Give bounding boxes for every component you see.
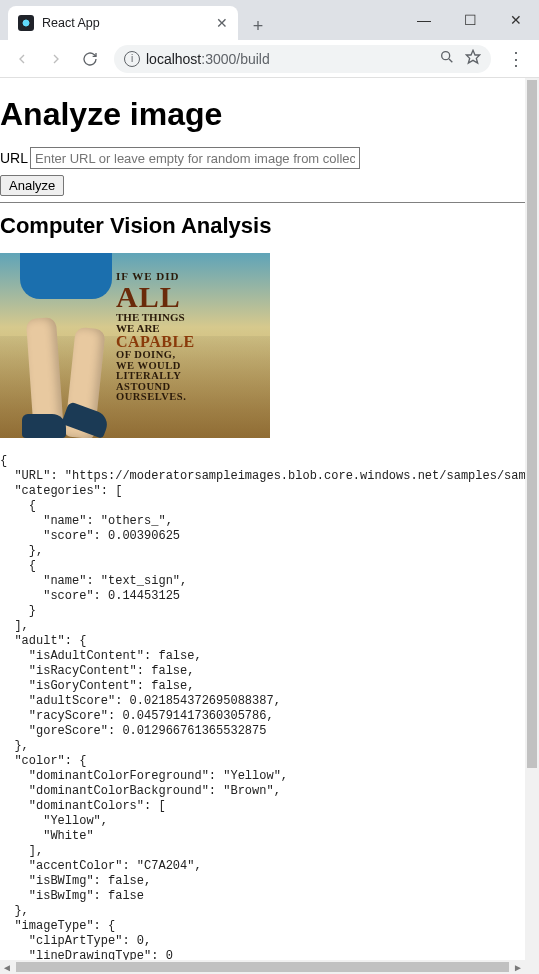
window-controls: — ☐ ✕ xyxy=(401,6,539,34)
analysis-json-output: { "URL": "https://moderatorsampleimages.… xyxy=(0,454,525,960)
zoom-icon[interactable] xyxy=(439,49,455,68)
section-title: Computer Vision Analysis xyxy=(0,213,525,239)
svg-marker-2 xyxy=(466,50,479,63)
site-info-icon[interactable]: i xyxy=(124,51,140,67)
page-content: Analyze image URL Analyze Computer Visio… xyxy=(0,78,525,960)
minimize-button[interactable]: — xyxy=(401,6,447,34)
horizontal-scrollbar[interactable]: ◄ ► xyxy=(0,960,525,974)
url-row: URL xyxy=(0,147,525,169)
address-text: localhost:3000/build xyxy=(146,51,270,67)
page-viewport: Analyze image URL Analyze Computer Visio… xyxy=(0,78,539,974)
page-title: Analyze image xyxy=(0,96,525,133)
window-titlebar: React App ✕ + — ☐ ✕ xyxy=(0,0,539,40)
scrollbar-corner xyxy=(525,960,539,974)
svg-point-0 xyxy=(442,52,450,60)
analyze-button[interactable]: Analyze xyxy=(0,175,64,196)
horizontal-scrollbar-thumb[interactable] xyxy=(16,962,509,972)
svg-line-1 xyxy=(449,59,452,62)
forward-button[interactable] xyxy=(42,45,70,73)
url-input[interactable] xyxy=(30,147,360,169)
browser-toolbar: i localhost:3000/build ⋮ xyxy=(0,40,539,78)
reload-button[interactable] xyxy=(76,45,104,73)
analyzed-image-thumbnail: IF WE DID ALL THE THINGS WE ARE CAPABLE … xyxy=(0,253,270,438)
react-favicon xyxy=(18,15,34,31)
vertical-scrollbar-thumb[interactable] xyxy=(527,80,537,768)
maximize-button[interactable]: ☐ xyxy=(447,6,493,34)
tab-title: React App xyxy=(42,16,100,30)
image-quote-text: IF WE DID ALL THE THINGS WE ARE CAPABLE … xyxy=(116,271,256,403)
bookmark-star-icon[interactable] xyxy=(465,49,481,68)
url-label: URL xyxy=(0,150,28,166)
divider xyxy=(0,202,525,203)
scroll-right-arrow-icon[interactable]: ► xyxy=(511,960,525,974)
back-button[interactable] xyxy=(8,45,36,73)
browser-tab-active[interactable]: React App ✕ xyxy=(8,6,238,40)
browser-menu-button[interactable]: ⋮ xyxy=(501,48,531,70)
tab-strip: React App ✕ + xyxy=(0,6,272,40)
scroll-left-arrow-icon[interactable]: ◄ xyxy=(0,960,14,974)
new-tab-button[interactable]: + xyxy=(244,12,272,40)
address-bar[interactable]: i localhost:3000/build xyxy=(114,45,491,73)
close-tab-icon[interactable]: ✕ xyxy=(216,15,228,31)
close-window-button[interactable]: ✕ xyxy=(493,6,539,34)
vertical-scrollbar[interactable] xyxy=(525,78,539,960)
